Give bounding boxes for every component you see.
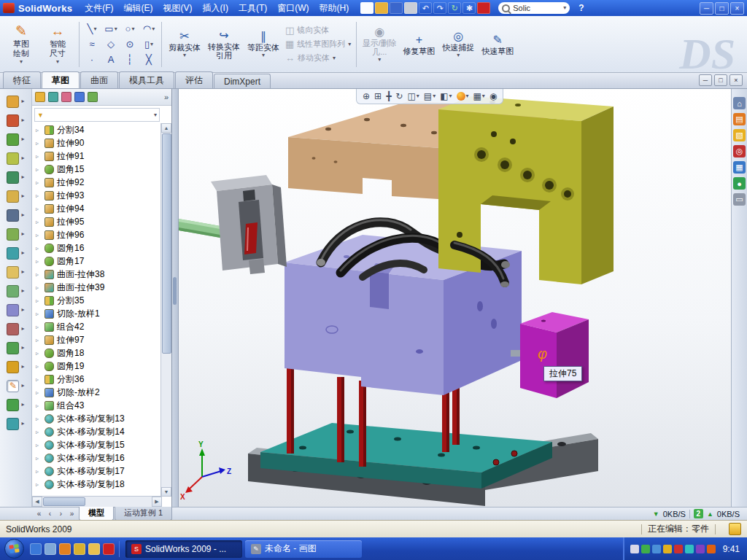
property-manager-icon[interactable] — [48, 92, 58, 102]
expand-arrow-icon[interactable]: ▹ — [36, 481, 42, 488]
counter-badge[interactable]: 2 — [694, 509, 703, 518]
home-icon[interactable]: ⌂ — [733, 97, 746, 109]
appearance-icon[interactable]: ▾ — [455, 92, 471, 101]
outlook-icon[interactable] — [74, 543, 85, 555]
solidworks-quick-icon[interactable] — [103, 543, 115, 555]
expand-arrow-icon[interactable]: ▹ — [36, 389, 42, 396]
toolbar-button[interactable]: ↪转换实体引用 — [204, 19, 244, 70]
graphics-viewport[interactable]: φ — [179, 89, 731, 507]
dropdown-arrow-icon[interactable]: ▾ — [131, 26, 134, 32]
search-box[interactable]: Solic ▾ — [498, 2, 570, 14]
dropdown-arrow-icon[interactable]: ▾ — [449, 93, 452, 99]
scene-icon[interactable]: ▦▾ — [472, 91, 487, 101]
tree-item[interactable]: ▹拉伸94 — [32, 202, 162, 215]
tree-item[interactable]: ▹拉伸95 — [32, 215, 162, 228]
ribbon-tab[interactable]: 特征 — [3, 71, 41, 88]
spline-tool-icon[interactable]: ▸ — [0, 395, 31, 414]
dropdown-arrow-icon[interactable]: ▾ — [56, 59, 59, 65]
expand-arrow-icon[interactable]: ▹ — [36, 284, 42, 291]
doc-restore-button[interactable]: □ — [714, 74, 727, 86]
new-document-icon[interactable] — [360, 2, 374, 14]
save-icon[interactable] — [390, 2, 403, 14]
ribbon-tab[interactable]: 评估 — [175, 71, 213, 88]
show-desktop-icon[interactable] — [44, 543, 56, 555]
sketch-tool-icon[interactable]: ✎▸ — [0, 376, 31, 395]
revolved-boss-icon[interactable]: ▸ — [0, 111, 31, 130]
restore-button[interactable]: □ — [715, 2, 729, 15]
rotate-view-icon[interactable]: ↻ — [394, 91, 404, 101]
dropdown-arrow-icon[interactable]: ▾ — [93, 26, 96, 32]
dropdown-arrow-icon[interactable]: ▾ — [262, 52, 265, 58]
ribbon-tab[interactable]: 曲面 — [80, 71, 118, 88]
expand-arrow-icon[interactable]: ▹ — [36, 324, 42, 330]
tree-item[interactable]: ▹实体-移动/复制17 — [32, 464, 162, 478]
swept-boss-icon[interactable]: ▸ — [0, 130, 31, 149]
expand-arrow-icon[interactable]: ▹ — [36, 140, 42, 147]
fillet-tool-icon[interactable]: ▸ — [0, 187, 31, 206]
update-icon[interactable] — [674, 545, 683, 553]
scroll-right-icon[interactable]: ▶ — [152, 497, 162, 507]
dropdown-arrow-icon[interactable]: ▾ — [457, 52, 460, 58]
display-manager-icon[interactable] — [88, 92, 98, 102]
antivirus-icon[interactable] — [696, 545, 705, 553]
toolbar-button[interactable]: ∥等距实体▾ — [244, 19, 283, 70]
menu-item[interactable]: 帮助(H) — [314, 1, 355, 16]
text-icon[interactable]: A — [101, 52, 120, 67]
zoom-fit-icon[interactable]: ⊕ — [361, 91, 371, 101]
toolbar-button[interactable]: ↔智能尺寸▾ — [39, 19, 76, 70]
arc-icon[interactable]: ◠▾ — [139, 21, 158, 36]
shell-icon[interactable]: ▸ — [0, 262, 31, 281]
line-icon[interactable]: ╲▾ — [82, 21, 101, 36]
linear-pattern-tool-icon[interactable]: ▸ — [0, 206, 31, 225]
ime-icon[interactable] — [630, 545, 639, 553]
doc-nav-button[interactable]: ‹ — [44, 510, 55, 518]
tree-item[interactable]: ▹实体-移动/复制14 — [32, 425, 162, 438]
print-icon[interactable] — [404, 2, 417, 14]
expand-arrow-icon[interactable]: ▹ — [36, 179, 42, 186]
tree-item[interactable]: ▹曲面-拉伸39 — [32, 281, 162, 294]
boundary-boss-icon[interactable]: ▸ — [0, 168, 31, 187]
expand-arrow-icon[interactable]: ▹ — [36, 455, 42, 462]
slide-unit-part[interactable] — [179, 175, 287, 274]
undo-icon[interactable]: ↶ — [419, 2, 432, 14]
doc-close-button[interactable]: × — [729, 74, 743, 86]
tree-item[interactable]: ▹切除-放样1 — [32, 307, 162, 320]
file-explorer-icon[interactable]: ▧ — [733, 129, 746, 141]
menu-item[interactable]: 工具(T) — [233, 1, 272, 16]
expand-arrow-icon[interactable]: ▹ — [36, 298, 42, 304]
polygon-icon[interactable]: ◇ — [101, 36, 120, 52]
expand-arrow-icon[interactable]: ▹ — [36, 376, 42, 383]
expand-arrow-icon[interactable]: ▹ — [36, 363, 42, 370]
security-icon[interactable] — [663, 545, 672, 553]
tree-item[interactable]: ▹拉伸97 — [32, 333, 162, 346]
media-player-icon[interactable] — [59, 543, 71, 555]
side-block-part[interactable]: φ — [520, 312, 589, 398]
dropdown-arrow-icon[interactable]: ▾ — [150, 42, 153, 47]
curves-icon[interactable]: ▸ — [0, 338, 31, 357]
close-button[interactable]: × — [730, 2, 744, 15]
doc-nav-button[interactable]: › — [55, 510, 66, 518]
draft-icon[interactable]: ▸ — [0, 244, 31, 262]
chevron-down-icon[interactable]: ▾ — [563, 5, 566, 11]
rebuild-icon[interactable]: ↻ — [448, 2, 461, 14]
minimize-button[interactable]: ─ — [700, 2, 713, 15]
tree-item[interactable]: ▹实体-移动/复制18 — [32, 478, 162, 491]
toolbar-button[interactable]: ✎快速草图 — [478, 19, 517, 70]
tree-item[interactable]: ▹分割34 — [32, 123, 162, 136]
expand-arrow-icon[interactable]: ▹ — [36, 219, 42, 225]
slot-icon[interactable]: ▯▾ — [139, 36, 158, 52]
mirror-tool-icon[interactable]: ▸ — [0, 300, 31, 319]
menu-item[interactable]: 窗口(W) — [272, 1, 314, 16]
circle-icon[interactable]: ○▾ — [120, 21, 139, 36]
search-input[interactable]: Solic — [513, 4, 560, 12]
menu-item[interactable]: 文件(F) — [80, 1, 118, 16]
doc-minimize-button[interactable]: ─ — [699, 74, 712, 86]
dropdown-arrow-icon[interactable]: ▾ — [417, 93, 419, 99]
dropdown-arrow-icon[interactable]: ▾ — [466, 93, 469, 99]
taskbar-window-button[interactable]: ✎未命名 - 画图 — [245, 540, 362, 558]
expand-arrow-icon[interactable]: ▹ — [36, 245, 42, 252]
construction-icon[interactable]: ╳ — [139, 52, 158, 67]
tree-item[interactable]: ▹拉伸91 — [32, 149, 162, 163]
clock-sync-icon[interactable] — [707, 545, 716, 553]
expand-arrow-icon[interactable]: ▹ — [36, 416, 42, 422]
